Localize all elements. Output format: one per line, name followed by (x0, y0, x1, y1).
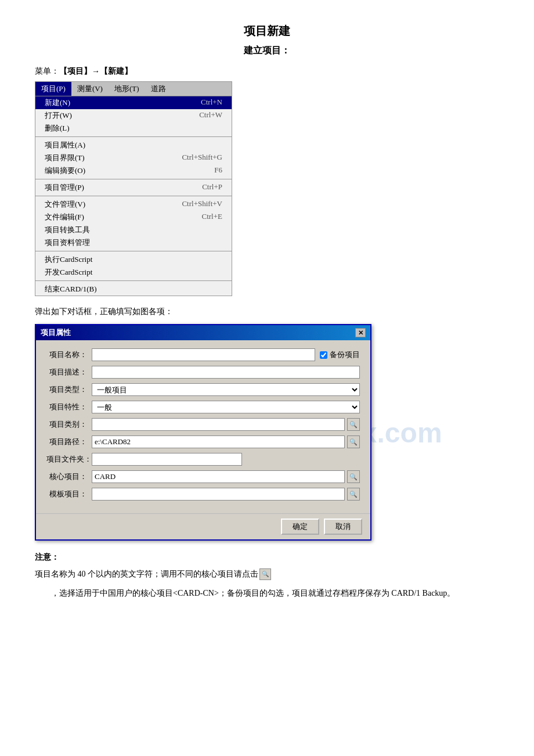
form-row-project-category: 项目类别： 🔍 (46, 418, 360, 431)
menu-item-delete[interactable]: 删除(L) (35, 122, 232, 135)
input-core-project[interactable] (92, 470, 345, 483)
notes-para2: ，选择适用于中国用户的核心项目<CARD-CN>；备份项目的勾选，项目就通过存档… (35, 586, 499, 600)
form-row-core-project: 核心项目： 🔍 (46, 470, 360, 483)
form-row-template-project: 模板项目： 🔍 (46, 488, 360, 501)
notes-section: 注意： 项目名称为 40 个以内的英文字符；调用不同的核心项目请点击 🔍 ，选择… (35, 552, 499, 600)
menu-item-boundary[interactable]: 项目界限(T) Ctrl+Shift+G (35, 152, 232, 164)
dialog-project-properties: 项目属性 ✕ 项目名称： 备份项目 项目描述： 项目类型： (35, 324, 371, 541)
dialog-titlebar: 项目属性 ✕ (36, 325, 370, 340)
instruction-text: 弹出如下对话框，正确填写如图各项： (35, 307, 499, 317)
menu-divider-5 (35, 280, 232, 281)
label-project-desc: 项目描述： (46, 367, 87, 377)
ok-button[interactable]: 确定 (281, 519, 319, 535)
page-title: 项目新建 (35, 23, 499, 39)
menu-item-file-manage[interactable]: 文件管理(V) Ctrl+Shift+V (35, 198, 232, 211)
search-button-core[interactable]: 🔍 (347, 470, 360, 483)
search-icon-template: 🔍 (349, 491, 358, 498)
menu-mockup: 项目(P) 测量(V) 地形(T) 道路 新建(N) Ctrl+N 打开(W) … (35, 81, 232, 296)
menu-item-properties[interactable]: 项目属性(A) (35, 139, 232, 152)
notes-para1: 项目名称为 40 个以内的英文字符；调用不同的核心项目请点击 🔍 (35, 567, 499, 581)
form-row-project-folder: 项目文件夹： (46, 453, 360, 466)
menu-item-new[interactable]: 新建(N) Ctrl+N (35, 96, 232, 109)
notes-para1-text: 项目名称为 40 个以内的英文字符；调用不同的核心项目请点击 (35, 567, 258, 581)
dialog-wrapper: www.bdocx.com 项目属性 ✕ 项目名称： 备份项目 项目描述： (35, 324, 499, 541)
search-icon-path: 🔍 (349, 438, 358, 446)
input-template-project[interactable] (92, 488, 345, 501)
menu-divider-1 (35, 136, 232, 137)
backup-checkbox-wrapper: 备份项目 (320, 350, 360, 360)
backup-checkbox[interactable] (320, 351, 327, 359)
notes-label: 注意： (35, 552, 499, 563)
search-icon-category: 🔍 (349, 421, 358, 429)
menu-bar: 项目(P) 测量(V) 地形(T) 道路 (35, 82, 232, 96)
label-project-type: 项目类型： (46, 384, 87, 395)
menu-bar-item-measure[interactable]: 测量(V) (71, 82, 109, 96)
menu-item-open[interactable]: 打开(W) Ctrl+W (35, 109, 232, 122)
search-button-path[interactable]: 🔍 (347, 435, 360, 448)
input-project-desc[interactable] (92, 366, 360, 379)
menu-divider-4 (35, 251, 232, 251)
dialog-footer: 确定 取消 (36, 513, 370, 539)
label-project-name: 项目名称： (46, 350, 87, 360)
input-project-path[interactable] (92, 435, 345, 448)
menu-bar-item-road[interactable]: 道路 (145, 82, 172, 96)
inline-search-icon[interactable]: 🔍 (259, 568, 271, 580)
menu-divider-3 (35, 196, 232, 196)
label-project-category: 项目类别： (46, 419, 87, 430)
search-icon-core: 🔍 (349, 473, 358, 481)
label-template-project: 模板项目： (46, 489, 87, 499)
form-row-project-type: 项目类型： 一般项目 (46, 383, 360, 396)
form-row-project-name: 项目名称： 备份项目 (46, 348, 360, 361)
dialog-body: 项目名称： 备份项目 项目描述： 项目类型： 一般项目 (36, 340, 370, 513)
label-project-char: 项目特性： (46, 402, 87, 412)
search-button-template[interactable]: 🔍 (347, 488, 360, 501)
menu-label: 菜单：【项目】→【新建】 (35, 66, 499, 77)
select-project-char[interactable]: 一般 (92, 401, 360, 413)
menu-divider-2 (35, 179, 232, 179)
menu-item-dev-cardscript[interactable]: 开发CardScript (35, 266, 232, 279)
form-row-project-path: 项目路径： 🔍 (46, 435, 360, 448)
input-project-category[interactable] (92, 418, 345, 431)
menu-items: 新建(N) Ctrl+N 打开(W) Ctrl+W 删除(L) 项目属性(A) … (35, 96, 232, 296)
label-core-project: 核心项目： (46, 471, 87, 482)
menu-item-file-edit[interactable]: 文件编辑(F) Ctrl+E (35, 211, 232, 224)
input-project-folder[interactable] (92, 453, 242, 466)
menu-item-project-convert[interactable]: 项目转换工具 (35, 224, 232, 236)
section-subtitle: 建立项目： (35, 45, 499, 57)
label-project-folder: 项目文件夹： (46, 454, 87, 465)
menu-item-project-data[interactable]: 项目资料管理 (35, 236, 232, 249)
menu-item-exit[interactable]: 结束CARD/1(B) (35, 283, 232, 296)
dialog-close-button[interactable]: ✕ (355, 328, 366, 337)
form-row-project-char: 项目特性： 一般 (46, 401, 360, 413)
menu-bar-item-terrain[interactable]: 地形(T) (109, 82, 145, 96)
dialog-title: 项目属性 (41, 327, 71, 338)
select-project-type[interactable]: 一般项目 (92, 383, 360, 396)
backup-label: 备份项目 (330, 350, 360, 360)
cancel-button[interactable]: 取消 (324, 519, 362, 535)
menu-bar-item-project[interactable]: 项目(P) (35, 82, 71, 96)
search-button-category[interactable]: 🔍 (347, 418, 360, 431)
menu-item-manage[interactable]: 项目管理(P) Ctrl+P (35, 181, 232, 194)
input-project-name[interactable] (92, 348, 315, 361)
menu-item-summary[interactable]: 编辑摘要(O) F6 (35, 164, 232, 177)
menu-item-run-cardscript[interactable]: 执行CardScript (35, 253, 232, 266)
form-row-project-desc: 项目描述： (46, 366, 360, 379)
label-project-path: 项目路径： (46, 437, 87, 447)
